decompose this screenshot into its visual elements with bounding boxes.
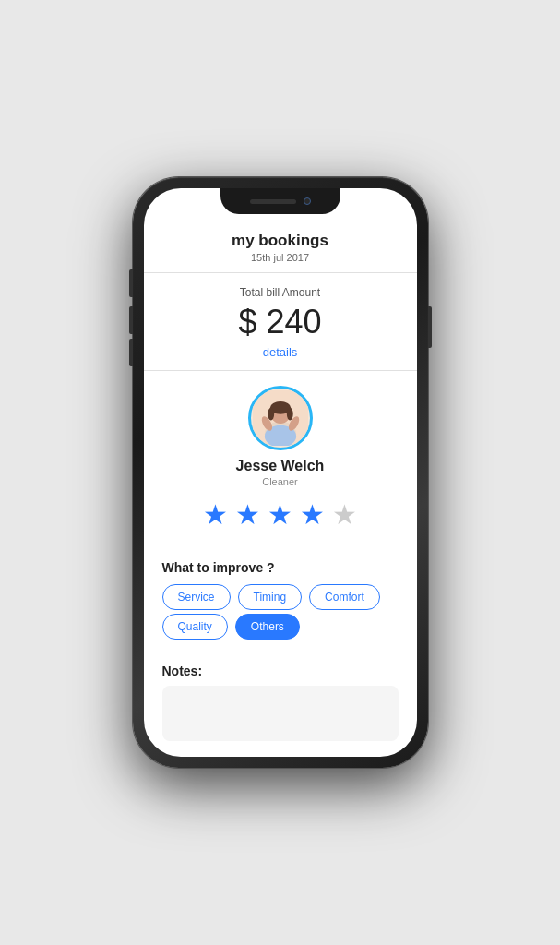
improve-section: What to improve ? Service Timing Comfort… — [144, 551, 417, 651]
phone-screen: my bookings 15th jul 2017 Total bill Amo… — [144, 188, 417, 757]
header-section: my bookings 15th jul 2017 — [144, 221, 417, 273]
avatar-image — [253, 390, 308, 446]
cleaner-section: Jesse Welch Cleaner ★ ★ ★ ★ ★ — [144, 371, 417, 551]
notes-section: Notes: — [144, 651, 417, 754]
star-4[interactable]: ★ — [300, 498, 325, 531]
speaker — [250, 199, 296, 204]
details-link[interactable]: details — [162, 345, 399, 359]
bill-amount: $ 240 — [162, 303, 399, 341]
notes-input[interactable] — [162, 686, 399, 741]
tag-others[interactable]: Others — [235, 614, 300, 640]
phone-frame: my bookings 15th jul 2017 Total bill Amo… — [133, 177, 428, 768]
bill-section: Total bill Amount $ 240 details — [144, 273, 417, 371]
camera — [304, 197, 311, 205]
rating-stars: ★ ★ ★ ★ ★ — [162, 498, 399, 531]
screen-content: my bookings 15th jul 2017 Total bill Amo… — [144, 188, 417, 757]
tag-timing[interactable]: Timing — [238, 584, 303, 610]
star-5[interactable]: ★ — [332, 498, 357, 531]
cleaner-name: Jesse Welch — [162, 458, 399, 474]
tags-row-1: Service Timing Comfort — [162, 584, 399, 610]
bill-label: Total bill Amount — [162, 286, 399, 299]
tag-comfort[interactable]: Comfort — [309, 584, 380, 610]
star-3[interactable]: ★ — [268, 498, 292, 531]
svg-point-5 — [268, 408, 274, 421]
avatar — [248, 386, 313, 450]
tag-quality[interactable]: Quality — [162, 614, 228, 640]
booking-date: 15th jul 2017 — [162, 252, 399, 263]
cleaner-role: Cleaner — [162, 476, 399, 487]
star-1[interactable]: ★ — [203, 498, 228, 531]
tag-service[interactable]: Service — [162, 584, 231, 610]
notes-label: Notes: — [162, 664, 399, 678]
improve-title: What to improve ? — [162, 560, 399, 575]
tags-row-2: Quality Others — [162, 614, 399, 640]
notch — [220, 188, 340, 214]
svg-point-6 — [286, 408, 292, 421]
star-2[interactable]: ★ — [235, 498, 260, 531]
page-title: my bookings — [162, 232, 399, 250]
